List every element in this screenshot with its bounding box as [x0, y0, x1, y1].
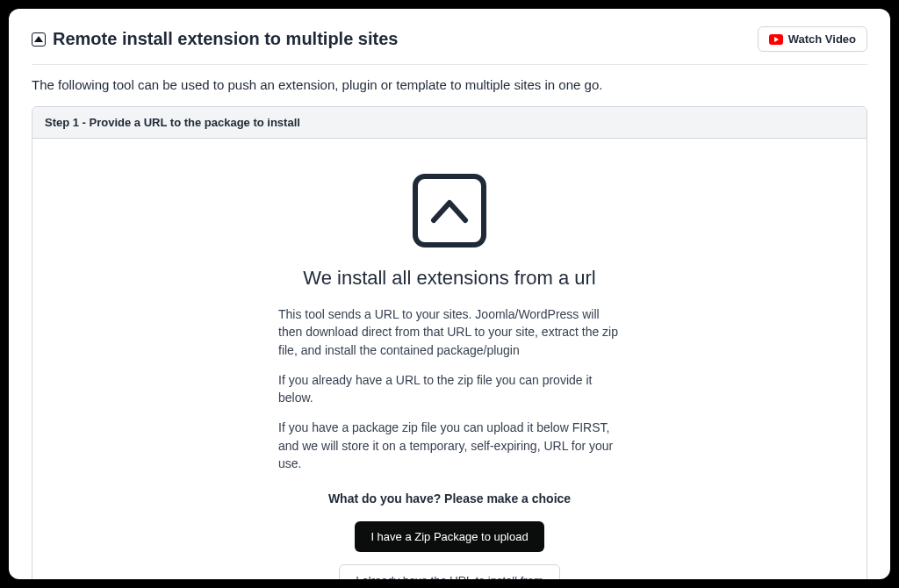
panel-header: Step 1 - Provide a URL to the package to… — [32, 107, 867, 139]
header-left: Remote install extension to multiple sit… — [32, 29, 398, 49]
youtube-icon — [769, 34, 783, 45]
divider — [32, 64, 867, 65]
description-paragraph-3: If you have a package zip file you can u… — [278, 419, 621, 472]
watch-video-label: Watch Video — [788, 32, 856, 46]
choice-prompt: What do you have? Please make a choice — [328, 491, 571, 506]
page-header: Remote install extension to multiple sit… — [32, 26, 867, 52]
collapse-up-icon[interactable] — [32, 32, 46, 47]
page-title: Remote install extension to multiple sit… — [53, 29, 398, 49]
zip-package-button[interactable]: I have a Zip Package to upload — [355, 521, 543, 552]
description-block: This tool sends a URL to your sites. Joo… — [278, 305, 621, 484]
step-panel: Step 1 - Provide a URL to the package to… — [32, 106, 867, 579]
upload-icon — [413, 174, 486, 247]
panel-body: We install all extensions from a url Thi… — [32, 139, 867, 579]
description-paragraph-1: This tool sends a URL to your sites. Joo… — [278, 305, 621, 359]
panel-subheading: We install all extensions from a url — [303, 267, 595, 290]
window: Remote install extension to multiple sit… — [9, 9, 890, 579]
watch-video-button[interactable]: Watch Video — [758, 26, 867, 52]
have-url-button[interactable]: I already have the URL to install from — [339, 564, 559, 579]
intro-text: The following tool can be used to push a… — [32, 77, 867, 92]
description-paragraph-2: If you already have a URL to the zip fil… — [278, 371, 621, 407]
